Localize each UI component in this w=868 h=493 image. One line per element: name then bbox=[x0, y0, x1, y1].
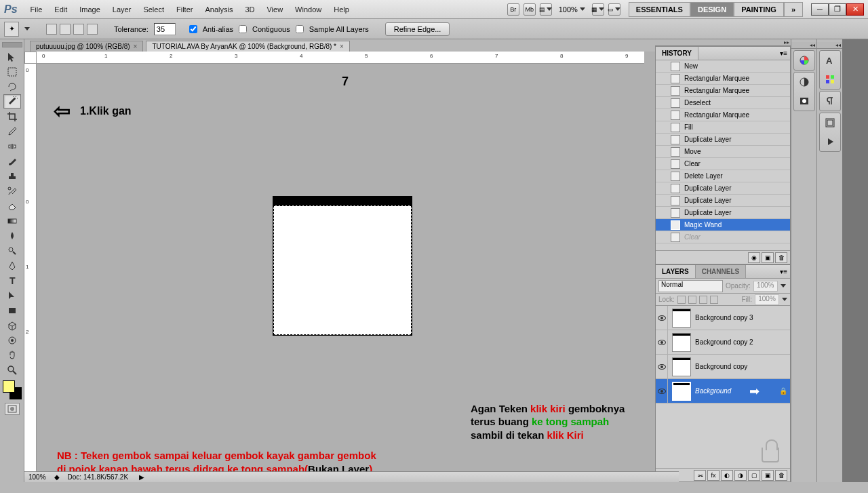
sampleall-checkbox[interactable] bbox=[296, 25, 304, 33]
lock-pixels-icon[interactable] bbox=[688, 296, 696, 304]
screenmode-icon[interactable]: ▭ bbox=[608, 3, 620, 16]
refine-edge-button[interactable]: Refine Edge... bbox=[385, 22, 450, 36]
layer-thumbnail[interactable] bbox=[672, 309, 691, 328]
workspace-painting[interactable]: PAINTING bbox=[734, 2, 784, 17]
layers-list[interactable]: Background copy 3Background copy 2Backgr… bbox=[656, 306, 790, 442]
magic-wand-tool[interactable] bbox=[3, 94, 21, 109]
history-item[interactable]: Fill bbox=[656, 121, 790, 134]
history-trash-icon[interactable]: 🗑 bbox=[775, 252, 787, 263]
history-snapshot-icon[interactable]: ◉ bbox=[748, 252, 760, 263]
crop-tool[interactable] bbox=[3, 109, 21, 123]
panel-menu-icon[interactable]: ▾≡ bbox=[777, 50, 790, 57]
workspace-more[interactable]: » bbox=[784, 2, 803, 17]
brush-tool[interactable] bbox=[3, 154, 21, 168]
history-item[interactable]: Magic Wand bbox=[656, 219, 790, 231]
zoom-tool[interactable] bbox=[3, 363, 21, 377]
history-item[interactable]: Duplicate Layer bbox=[656, 134, 790, 146]
panel-menu-icon[interactable]: ▾≡ bbox=[777, 268, 790, 275]
adjustments-panel-icon[interactable] bbox=[797, 75, 811, 89]
history-item[interactable]: Rectangular Marquee bbox=[656, 109, 790, 121]
ruler-horizontal[interactable]: 0123456789 bbox=[37, 52, 644, 64]
history-item[interactable]: Duplicate Layer bbox=[656, 195, 790, 207]
document-tab-1[interactable]: putuuuuu.jpg @ 100% (RGB/8) × bbox=[30, 41, 143, 52]
layer-visibility-toggle[interactable] bbox=[656, 330, 668, 354]
layer-thumbnail[interactable] bbox=[672, 382, 691, 401]
lasso-tool[interactable] bbox=[3, 79, 21, 94]
fill-dropdown-icon[interactable] bbox=[782, 298, 787, 301]
history-item[interactable]: Duplicate Layer bbox=[656, 207, 790, 219]
layer-visibility-toggle[interactable] bbox=[656, 355, 668, 378]
swatches-panel-icon[interactable] bbox=[823, 73, 837, 86]
pen-tool[interactable] bbox=[3, 258, 21, 273]
history-item[interactable]: Delete Layer bbox=[656, 170, 790, 182]
layer-adjust-icon[interactable]: ◑ bbox=[734, 470, 747, 481]
stamp-tool[interactable] bbox=[3, 169, 21, 183]
lock-position-icon[interactable] bbox=[699, 296, 707, 304]
tab-close-icon[interactable]: × bbox=[340, 43, 344, 50]
foreground-color[interactable] bbox=[3, 380, 15, 393]
viewextras-icon[interactable]: ▤ bbox=[540, 3, 552, 16]
collapse-panels-icon[interactable]: ▸▸ bbox=[784, 39, 789, 45]
layer-name-label[interactable]: Background copy 2 bbox=[695, 338, 753, 346]
layer-name-label[interactable]: Background bbox=[695, 387, 731, 395]
arrange-icon[interactable]: ▦ bbox=[592, 3, 604, 16]
menu-layer[interactable]: Layer bbox=[106, 3, 138, 16]
history-item[interactable]: Deselect bbox=[656, 97, 790, 109]
lock-all-icon[interactable] bbox=[710, 296, 718, 304]
menu-select[interactable]: Select bbox=[137, 3, 170, 16]
layer-row[interactable]: Background➡🔒 bbox=[656, 379, 790, 403]
shape-tool[interactable] bbox=[3, 303, 21, 317]
collapse-icon[interactable]: ◂◂ bbox=[810, 42, 815, 48]
blend-mode-select[interactable]: Normal bbox=[658, 280, 723, 292]
layer-link-icon[interactable]: ⫘ bbox=[694, 470, 706, 481]
menu-window[interactable]: Window bbox=[289, 3, 328, 16]
eraser-tool[interactable] bbox=[3, 199, 21, 213]
lock-transparent-icon[interactable] bbox=[677, 296, 686, 304]
selection-add-icon[interactable] bbox=[60, 24, 71, 35]
zoom-level[interactable]: 100% bbox=[556, 5, 588, 14]
blur-tool[interactable] bbox=[3, 229, 21, 243]
menu-image[interactable]: Image bbox=[73, 3, 106, 16]
history-item[interactable]: Duplicate Layer bbox=[656, 182, 790, 195]
layers-tab[interactable]: LAYERS bbox=[656, 265, 696, 278]
menu-analysis[interactable]: Analysis bbox=[199, 3, 239, 16]
channels-tab[interactable]: CHANNELS bbox=[696, 265, 747, 278]
status-expand-icon[interactable]: ◆ bbox=[54, 473, 60, 481]
history-item[interactable]: Move bbox=[656, 146, 790, 158]
layer-new-icon[interactable]: ▣ bbox=[762, 470, 774, 481]
history-tab[interactable]: HISTORY bbox=[656, 47, 698, 60]
styles-panel-icon[interactable] bbox=[823, 116, 837, 130]
ruler-vertical[interactable]: 0012 bbox=[24, 64, 37, 471]
history-item[interactable]: Clear bbox=[656, 231, 790, 243]
tool-preset-dropdown[interactable] bbox=[24, 27, 30, 31]
move-tool[interactable] bbox=[3, 50, 21, 64]
history-item[interactable]: Rectangular Marquee bbox=[656, 73, 790, 85]
minibridge-icon[interactable]: Mb bbox=[524, 3, 536, 16]
layer-name-label[interactable]: Background copy 3 bbox=[695, 314, 753, 321]
menu-filter[interactable]: Filter bbox=[170, 3, 199, 16]
window-minimize[interactable]: ─ bbox=[811, 3, 829, 16]
selection-intersect-icon[interactable] bbox=[87, 24, 98, 35]
fill-input[interactable]: 100% bbox=[755, 294, 779, 305]
marquee-tool[interactable] bbox=[3, 64, 21, 79]
history-item[interactable]: Clear bbox=[656, 158, 790, 170]
layer-trash-icon[interactable]: 🗑 bbox=[775, 470, 787, 481]
menu-edit[interactable]: Edit bbox=[48, 3, 73, 16]
layer-thumbnail[interactable] bbox=[672, 357, 691, 376]
status-zoom[interactable]: 100% bbox=[28, 473, 46, 481]
layer-name-label[interactable]: Background copy bbox=[695, 363, 747, 370]
tool-preset-icon[interactable]: ✦ bbox=[4, 22, 19, 37]
paragraph-panel-icon[interactable] bbox=[823, 94, 837, 108]
path-selection-tool[interactable] bbox=[3, 288, 21, 302]
status-docinfo[interactable]: Doc: 141.8K/567.2K bbox=[68, 473, 129, 481]
window-maximize[interactable]: ❐ bbox=[829, 3, 846, 16]
layer-visibility-toggle[interactable] bbox=[656, 379, 668, 403]
hand-tool[interactable] bbox=[3, 348, 21, 362]
document-tab-2[interactable]: TUTORIAL AVA By AryanAK @ 100% (Backgrou… bbox=[146, 41, 349, 52]
history-item[interactable]: Rectangular Marquee bbox=[656, 85, 790, 97]
tab-close-icon[interactable]: × bbox=[134, 43, 138, 50]
collapse-icon[interactable]: ◂◂ bbox=[835, 42, 841, 48]
eyedropper-tool[interactable] bbox=[3, 124, 21, 138]
healing-tool[interactable] bbox=[3, 139, 21, 153]
color-panel-icon[interactable] bbox=[797, 54, 811, 67]
